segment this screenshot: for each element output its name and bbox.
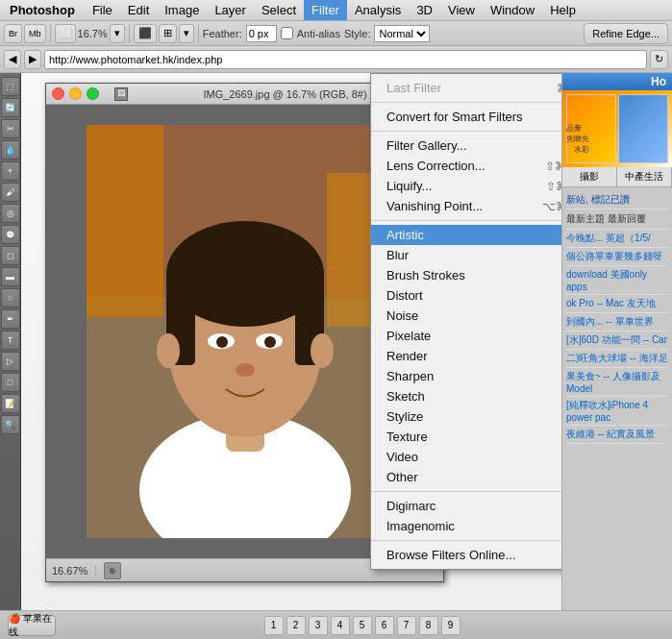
tool-zoom[interactable]: 🔍 [1,415,20,434]
right-link-9[interactable]: 夜維港 -- 紀實及風景 [566,426,668,444]
mb-button[interactable]: Mb [24,24,46,43]
menu-brush-strokes[interactable]: Brush Strokes ▶ [371,265,561,285]
menu-artistic[interactable]: Artistic ▶ [371,225,561,245]
taskbar-num-1[interactable]: 1 [264,616,284,635]
toolbar-group-tool: ⬜ 16.7% ▾ [55,24,130,43]
menubar-layer[interactable]: Layer [207,0,254,20]
anti-alias-checkbox[interactable] [281,27,293,39]
refine-edge-button[interactable]: Refine Edge... [584,23,668,44]
menubar-filter[interactable]: Filter [304,0,347,20]
tool-crop[interactable]: ✂ [1,119,20,138]
status-icon[interactable]: ⊕ [104,562,121,579]
menu-last-filter[interactable]: Last Filter ⌘F [371,78,561,98]
tool-pen[interactable]: ✒ [1,309,20,329]
menubar-select[interactable]: Select [254,0,304,20]
tool-brush[interactable]: 🖌 [1,183,20,202]
mode-icon2[interactable]: ⊞ [159,24,177,43]
mode-dropdown[interactable]: ▾ [179,24,194,43]
menu-video[interactable]: Video ▶ [371,447,561,467]
tool-notes[interactable]: 📝 [1,394,20,413]
menu-stylize[interactable]: Stylize ▶ [371,406,561,427]
new-site-label[interactable]: 新站, 標記已讚 [566,191,668,209]
right-link-6[interactable]: 二)旺角大球場 -- 海洋足 [566,350,668,368]
taskbar-num-2[interactable]: 2 [286,616,306,635]
menubar-window[interactable]: Window [483,0,542,20]
br-button[interactable]: Br [4,24,22,43]
menu-vanishing-point[interactable]: Vanishing Point... ⌥⌘V [371,196,561,216]
tab-lifestyle[interactable]: 中產生活 [617,167,672,186]
mode-icon[interactable]: ⬛ [134,24,157,43]
taskbar-num-3[interactable]: 3 [309,616,328,635]
tab-photography[interactable]: 攝影 [562,167,617,186]
ps-window-icon: 🖼 [114,87,128,101]
menubar-3d[interactable]: 3D [409,0,440,20]
menu-texture[interactable]: Texture ▶ [371,427,561,447]
tool-eyedropper[interactable]: 💧 [1,140,20,160]
menu-lens-correction[interactable]: Lens Correction... ⇧⌘R [371,156,561,176]
right-link-7[interactable]: 果美食~ -- 人像攝影及Model [566,368,668,397]
nav-forward-button[interactable]: ▶ [24,50,41,69]
nav-back-button[interactable]: ◀ [4,50,21,69]
menu-liquify[interactable]: Liquify... ⇧⌘X [371,176,561,196]
menu-imagenomic[interactable]: Imagenomic ▶ [371,516,561,536]
taskbar-num-9[interactable]: 9 [441,616,460,635]
right-link-3[interactable]: ok Pro -- Mac 友天地 [566,295,668,313]
window-maximize-button[interactable] [87,87,99,100]
svg-rect-15 [87,125,163,317]
tool-selection[interactable]: ⬚ [1,77,20,96]
toolbar-group-icons: Br Mb [4,24,51,43]
right-link-1[interactable]: 個公路單車要幾多錢呀 [566,248,668,266]
taskbar-apple[interactable]: 🍎 苹果在线 [8,615,56,636]
tool-icon[interactable]: ⬜ [55,24,76,43]
svg-point-12 [236,363,255,377]
menu-noise[interactable]: Noise ▶ [371,306,561,326]
menubar-edit[interactable]: Edit [120,0,157,20]
right-link-4[interactable]: 到國內... -- 單車世界 [566,313,668,332]
refresh-button[interactable]: ↻ [650,50,668,69]
menu-convert-smart[interactable]: Convert for Smart Filters [371,107,561,127]
menu-sketch[interactable]: Sketch ▶ [371,386,561,406]
taskbar-num-8[interactable]: 8 [419,616,438,635]
zoom-dropdown[interactable]: ▾ [110,24,125,43]
menu-pixelate[interactable]: Pixelate ▶ [371,326,561,346]
taskbar-num-5[interactable]: 5 [353,616,372,635]
taskbar-num-7[interactable]: 7 [397,616,416,635]
menu-digimarc[interactable]: Digimarc ▶ [371,496,561,516]
tool-history[interactable]: ⌚ [1,225,20,244]
menu-blur[interactable]: Blur ▶ [371,245,561,265]
menubar-app-name[interactable]: Photoshop [0,0,85,20]
tool-eraser[interactable]: ◻ [1,246,20,265]
menu-sharpen[interactable]: Sharpen ▶ [371,366,561,386]
tool-stamp[interactable]: ◎ [1,204,20,223]
right-link-5[interactable]: [水]60D 功能一問 -- Car [566,332,668,350]
right-link-0[interactable]: 今晚點... 英超（1/5/ [566,230,668,248]
tool-dodge[interactable]: ○ [1,288,20,307]
feather-input[interactable] [246,25,277,42]
taskbar-num-4[interactable]: 4 [331,616,350,635]
menubar-help[interactable]: Help [542,0,584,20]
tool-heal[interactable]: + [1,161,20,181]
thumbnail-2[interactable] [618,94,668,163]
tool-type[interactable]: T [1,331,20,350]
right-link-2[interactable]: download 美國only apps [566,266,668,295]
main-area: ⬚ 🔄 ✂ 💧 + 🖌 ◎ ⌚ ◻ ▬ ○ ✒ T ▷ □ 📝 🔍 [0,73,672,639]
tool-gradient[interactable]: ▬ [1,267,20,286]
url-input[interactable] [44,50,647,69]
style-select[interactable]: Normal [374,25,430,42]
menubar-file[interactable]: File [85,0,120,20]
menubar-view[interactable]: View [440,0,483,20]
window-close-button[interactable] [52,87,64,100]
menu-distort[interactable]: Distort ▶ [371,285,561,306]
tool-lasso[interactable]: 🔄 [1,98,20,117]
menubar-image[interactable]: Image [157,0,207,20]
menubar-analysis[interactable]: Analysis [347,0,409,20]
tool-path[interactable]: ▷ [1,352,20,371]
tool-shape[interactable]: □ [1,373,20,392]
taskbar-num-6[interactable]: 6 [375,616,394,635]
menu-other[interactable]: Other ▶ [371,467,561,487]
menu-browse-filters[interactable]: Browse Filters Online... [371,545,561,565]
menu-filter-gallery[interactable]: Filter Gallery... [371,135,561,156]
window-minimize-button[interactable] [69,87,82,100]
menu-render[interactable]: Render ▶ [371,346,561,366]
right-link-8[interactable]: [純釋吹水]iPhone 4 power pac [566,397,668,426]
